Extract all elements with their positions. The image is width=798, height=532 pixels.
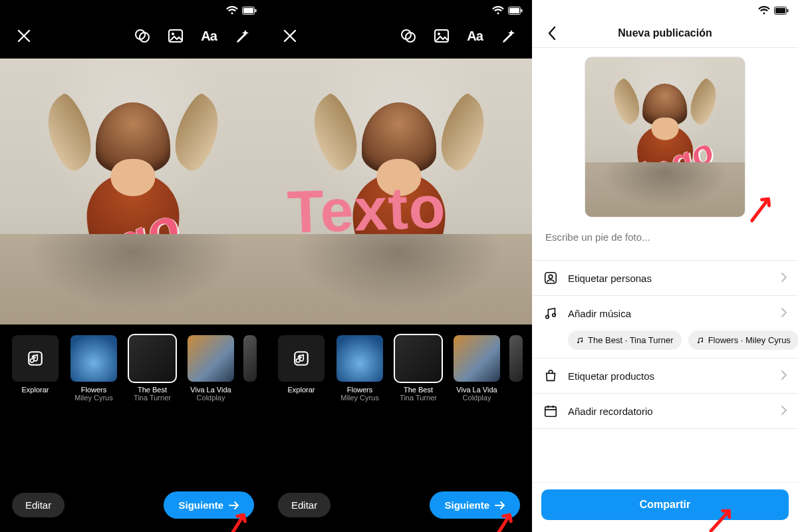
shopping-bag-icon (543, 368, 559, 384)
share-bar: Compartir (532, 482, 798, 532)
photo-subject (620, 70, 710, 210)
music-picker-row: Explorar Flowers Miley Cyrus The Best Ti… (0, 325, 266, 406)
editor-toolbar: Aa (266, 19, 532, 59)
photo-subject (325, 79, 473, 313)
music-item-1[interactable]: The Best Tina Turner (126, 335, 178, 402)
next-button[interactable]: Siguiente (430, 491, 520, 519)
music-item-2[interactable]: Viva La Vida Coldplay (451, 335, 503, 402)
music-explore[interactable]: Explorar (9, 335, 61, 402)
photo-subject (59, 79, 207, 313)
wifi-icon (226, 6, 238, 15)
music-explore-label: Explorar (275, 386, 327, 394)
music-item-more[interactable] (509, 335, 523, 402)
photo-canvas[interactable]: Texto (266, 59, 532, 325)
editor-panel-2: Aa Texto Explorar (266, 0, 532, 532)
effects-icon[interactable] (496, 24, 520, 48)
back-button[interactable] (540, 19, 564, 48)
wifi-icon (492, 6, 504, 15)
row-add-reminder[interactable]: Añadir recordatorio (532, 394, 798, 429)
music-explore[interactable]: Explorar (275, 335, 327, 402)
post-preview[interactable]: Vikingo (585, 57, 745, 217)
editor-bottom-bar: Editar Siguiente (266, 491, 532, 519)
share-button[interactable]: Compartir (541, 489, 789, 520)
new-post-panel: Nueva publicación Vikingo (532, 0, 798, 532)
chevron-right-icon (781, 272, 787, 285)
svg-point-6 (172, 33, 174, 35)
svg-rect-17 (775, 8, 785, 13)
person-tag-icon (543, 270, 559, 286)
battery-icon (508, 7, 523, 15)
text-tool-icon[interactable]: Aa (197, 24, 221, 48)
status-bar (0, 0, 266, 19)
image-icon[interactable] (430, 24, 454, 48)
status-bar (266, 0, 532, 19)
page-header: Nueva publicación (532, 19, 798, 48)
post-options-list: Etiquetar personas Añadir música The Bes… (532, 260, 798, 429)
editor-bottom-bar: Editar Siguiente (0, 491, 266, 519)
filter-icon[interactable] (130, 24, 154, 48)
music-chip-0[interactable]: The Best · Tina Turner (568, 331, 682, 350)
image-icon[interactable] (164, 24, 188, 48)
svg-rect-27 (545, 407, 557, 417)
arrow-right-icon (229, 501, 239, 510)
svg-rect-2 (255, 9, 257, 13)
svg-point-22 (553, 313, 556, 317)
svg-rect-1 (243, 8, 253, 13)
row-add-music[interactable]: Añadir música (532, 296, 798, 331)
svg-rect-9 (509, 8, 519, 13)
music-suggestion-chips: The Best · Tina Turner Flowers · Miley C… (532, 331, 798, 358)
svg-point-20 (549, 275, 553, 279)
editor-panel-1: Aa Vikingo Explorar (0, 0, 266, 532)
row-tag-people[interactable]: Etiquetar personas (532, 261, 798, 296)
svg-point-25 (698, 341, 700, 343)
svg-point-23 (577, 341, 579, 343)
svg-point-24 (581, 340, 583, 342)
music-item-2[interactable]: Viva La Vida Coldplay (185, 335, 237, 402)
effects-icon[interactable] (230, 24, 254, 48)
svg-rect-10 (521, 9, 523, 13)
music-note-icon (543, 305, 559, 321)
calendar-icon (543, 403, 559, 419)
svg-point-26 (701, 340, 703, 342)
music-item-0[interactable]: Flowers Miley Cyrus (68, 335, 120, 402)
photo-canvas[interactable]: Vikingo (0, 59, 266, 325)
editor-toolbar: Aa (0, 19, 266, 59)
row-tag-products[interactable]: Etiquetar productos (532, 358, 798, 394)
music-item-0[interactable]: Flowers Miley Cyrus (334, 335, 386, 402)
edit-button[interactable]: Editar (278, 493, 331, 517)
battery-icon (242, 7, 257, 15)
music-picker-row: Explorar Flowers Miley Cyrus The Best Ti… (266, 325, 532, 406)
close-icon[interactable] (12, 24, 36, 48)
status-bar (532, 0, 798, 19)
music-chip-1[interactable]: Flowers · Miley Cyrus (688, 331, 798, 350)
caption-input[interactable] (532, 219, 798, 260)
edit-button[interactable]: Editar (12, 493, 65, 517)
music-item-1[interactable]: The Best Tina Turner (392, 335, 444, 402)
chevron-right-icon (781, 307, 787, 320)
svg-rect-18 (787, 9, 789, 13)
svg-point-21 (546, 315, 549, 319)
svg-rect-15 (295, 352, 308, 365)
svg-rect-7 (29, 352, 42, 365)
page-title: Nueva publicación (618, 27, 712, 39)
chevron-right-icon (781, 370, 787, 382)
close-icon[interactable] (278, 24, 302, 48)
arrow-right-icon (495, 501, 505, 510)
music-item-more[interactable] (243, 335, 257, 402)
svg-point-14 (438, 33, 440, 35)
text-tool-icon[interactable]: Aa (463, 24, 487, 48)
music-note-icon (576, 336, 584, 344)
callout-arrow (742, 190, 781, 224)
music-note-icon (696, 336, 704, 344)
chevron-right-icon (781, 405, 787, 418)
next-button[interactable]: Siguiente (164, 491, 254, 519)
battery-icon (774, 7, 789, 15)
filter-icon[interactable] (396, 24, 420, 48)
music-explore-label: Explorar (9, 386, 61, 394)
wifi-icon (758, 6, 770, 15)
